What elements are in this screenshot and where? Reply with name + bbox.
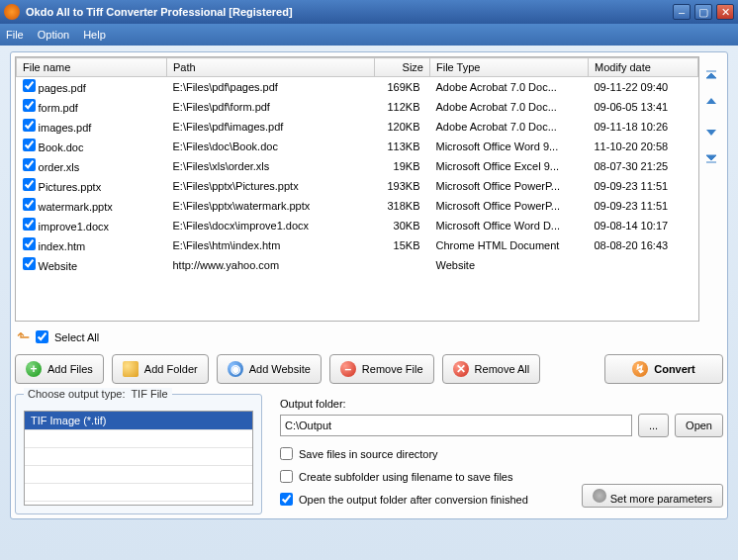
save-source-label: Save files in source directory [299, 448, 438, 460]
app-logo-icon [4, 4, 20, 20]
convert-button[interactable]: ↯Convert [604, 354, 723, 384]
cell-path: E:\Files\htm\index.htm [167, 235, 375, 255]
menu-file[interactable]: File [6, 29, 24, 41]
cell-date: 11-10-20 20:58 [589, 137, 698, 156]
row-checkbox[interactable] [23, 99, 36, 112]
cell-path: E:\Files\pdf\images.pdf [167, 117, 375, 137]
cell-path: http://www.yahoo.com [167, 255, 375, 275]
cell-filename: index.htm [39, 240, 86, 252]
cell-size: 318KB [375, 196, 430, 216]
remove-all-button[interactable]: ✕Remove All [442, 354, 541, 384]
cell-type: Microsoft Office Word D... [430, 216, 589, 235]
set-more-parameters-button[interactable]: Set more parameters [582, 484, 723, 508]
cell-size: 19KB [375, 156, 430, 176]
table-row[interactable]: Book.docE:\Files\doc\Book.doc113KBMicros… [17, 137, 698, 156]
cell-type: Microsoft Office Excel 9... [430, 156, 589, 176]
maximize-button[interactable]: ▢ [694, 4, 712, 20]
move-top-button[interactable] [702, 66, 720, 84]
create-subfolder-checkbox[interactable] [280, 470, 293, 483]
cell-date: 08-07-30 21:25 [589, 156, 698, 176]
add-folder-button[interactable]: Add Folder [112, 354, 209, 384]
move-down-button[interactable] [702, 122, 720, 140]
table-row[interactable]: improve1.docxE:\Files\docx\improve1.docx… [17, 216, 698, 235]
row-checkbox[interactable] [23, 119, 36, 132]
open-folder-button[interactable]: Open [675, 414, 723, 437]
menu-option[interactable]: Option [38, 29, 69, 41]
cell-date: 09-06-05 13:41 [589, 97, 698, 117]
table-row[interactable]: form.pdfE:\Files\pdf\form.pdf112KBAdobe … [17, 97, 698, 117]
file-list[interactable]: File name Path Size File Type Modify dat… [15, 56, 699, 322]
cell-type: Microsoft Office PowerP... [430, 196, 589, 216]
row-checkbox[interactable] [23, 178, 36, 191]
col-size[interactable]: Size [375, 58, 430, 77]
cell-size: 15KB [375, 235, 430, 255]
cell-path: E:\Files\pdf\form.pdf [167, 97, 375, 117]
col-filename[interactable]: File name [17, 58, 167, 77]
cell-type: Microsoft Office PowerP... [430, 176, 589, 196]
row-checkbox[interactable] [23, 257, 36, 270]
cell-date: 09-09-23 11:51 [589, 196, 698, 216]
plus-icon: + [26, 361, 42, 377]
table-row[interactable]: Websitehttp://www.yahoo.comWebsite [17, 255, 698, 275]
cell-path: E:\Files\pptx\watermark.pptx [167, 196, 375, 216]
cell-type: Adobe Acrobat 7.0 Doc... [430, 77, 589, 97]
remove-file-button[interactable]: –Remove File [329, 354, 434, 384]
window-title: Okdo All to Tiff Converter Professional … [26, 6, 673, 18]
cell-path: E:\Files\pdf\pages.pdf [167, 77, 375, 97]
row-checkbox[interactable] [23, 237, 36, 250]
cell-path: E:\Files\pptx\Pictures.pptx [167, 176, 375, 196]
output-type-legend: Choose output type: [28, 388, 125, 400]
col-modifydate[interactable]: Modify date [589, 58, 698, 77]
minus-icon: – [340, 361, 356, 377]
cell-filename: order.xls [39, 161, 80, 173]
output-folder-label: Output folder: [280, 398, 723, 410]
open-after-checkbox[interactable] [280, 493, 293, 506]
table-row[interactable]: index.htmE:\Files\htm\index.htm15KBChrom… [17, 235, 698, 255]
row-checkbox[interactable] [23, 198, 36, 211]
table-row[interactable]: order.xlsE:\Files\xls\order.xls19KBMicro… [17, 156, 698, 176]
cell-type: Microsoft Office Word 9... [430, 137, 589, 156]
select-all-checkbox[interactable] [36, 330, 48, 343]
table-row[interactable]: watermark.pptxE:\Files\pptx\watermark.pp… [17, 196, 698, 216]
folder-icon [123, 361, 138, 377]
table-row[interactable]: images.pdfE:\Files\pdf\images.pdf120KBAd… [17, 117, 698, 137]
up-arrow-icon: ⬑ [17, 327, 30, 346]
menu-help[interactable]: Help [83, 29, 106, 41]
cell-size: 120KB [375, 117, 430, 137]
cell-size: 113KB [375, 137, 430, 156]
cell-size: 112KB [375, 97, 430, 117]
cell-type: Chrome HTML Document [430, 235, 589, 255]
cell-size: 169KB [375, 77, 430, 97]
output-type-option[interactable]: TIF Image (*.tif) [25, 412, 252, 430]
minimize-button[interactable]: – [673, 4, 691, 20]
cell-path: E:\Files\xls\order.xls [167, 156, 375, 176]
add-website-button[interactable]: ◉Add Website [217, 354, 322, 384]
browse-button[interactable]: ... [638, 414, 669, 437]
cell-filename: form.pdf [39, 102, 78, 114]
col-path[interactable]: Path [167, 58, 375, 77]
title-bar: Okdo All to Tiff Converter Professional … [0, 0, 738, 24]
output-folder-input[interactable] [280, 415, 632, 436]
row-checkbox[interactable] [23, 79, 36, 92]
cell-date [589, 255, 698, 275]
x-icon: ✕ [453, 361, 469, 377]
cell-path: E:\Files\doc\Book.doc [167, 137, 375, 156]
output-type-list[interactable]: TIF Image (*.tif) [24, 411, 253, 506]
cell-date: 09-08-14 10:17 [589, 216, 698, 235]
table-row[interactable]: Pictures.pptxE:\Files\pptx\Pictures.pptx… [17, 176, 698, 196]
move-bottom-button[interactable] [702, 149, 720, 167]
cell-size: 30KB [375, 216, 430, 235]
close-button[interactable]: ✕ [716, 4, 734, 20]
cell-type: Adobe Acrobat 7.0 Doc... [430, 97, 589, 117]
move-up-button[interactable] [702, 94, 720, 112]
cell-type: Website [430, 255, 589, 275]
cell-type: Adobe Acrobat 7.0 Doc... [430, 117, 589, 137]
row-checkbox[interactable] [23, 139, 36, 151]
cell-filename: Book.doc [39, 141, 84, 153]
row-checkbox[interactable] [23, 218, 36, 231]
table-row[interactable]: pages.pdfE:\Files\pdf\pages.pdf169KBAdob… [17, 77, 698, 97]
row-checkbox[interactable] [23, 158, 36, 171]
add-files-button[interactable]: +Add Files [15, 354, 104, 384]
save-source-checkbox[interactable] [280, 447, 293, 460]
col-filetype[interactable]: File Type [430, 58, 589, 77]
